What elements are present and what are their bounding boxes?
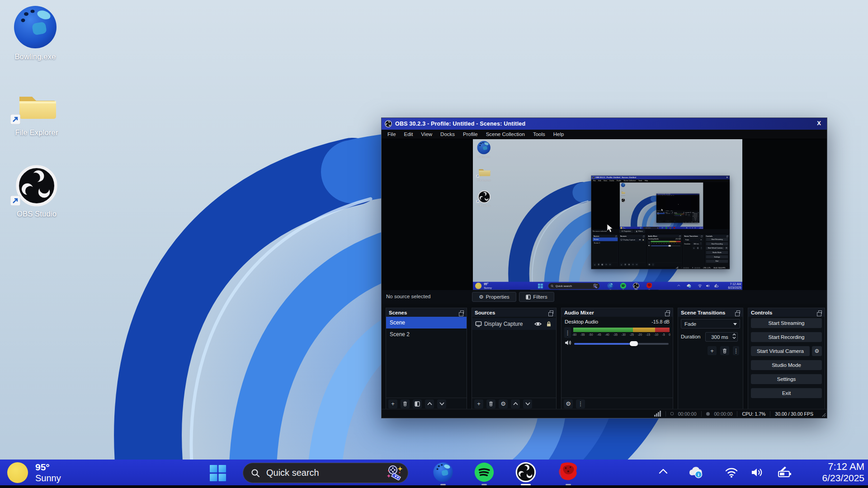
desktop-icon-label: OBS Studio [621,202,626,203]
volume-slider[interactable] [574,342,669,346]
spin-down-icon[interactable] [732,337,736,339]
add-source-button[interactable]: + [474,399,483,408]
taskbar-app-obs[interactable] [515,462,536,483]
taskbar-app-red[interactable] [558,462,579,483]
mixer-menu-kebab-icon[interactable]: ⋮ [576,399,585,408]
virtual-camera-gear-icon[interactable]: ⚙ [812,346,822,356]
speaker-mute-icon [674,215,675,216]
remove-scene-button[interactable] [401,399,410,408]
taskbar-app-spotify[interactable] [474,462,495,483]
scene-down-button[interactable] [437,399,446,408]
remove-source-button[interactable] [486,399,495,408]
sources-dock: Sources Display Capture + ⚙ [665,212,673,222]
search-highlight-movie-icon [657,227,658,229]
wifi-icon[interactable] [724,466,739,478]
sun-weather-icon [620,227,622,229]
menu-scene-collection[interactable]: Scene Collection [482,131,529,137]
visibility-eye-icon[interactable] [534,321,542,327]
source-down-button[interactable] [523,399,532,408]
popout-icon[interactable] [550,310,553,314]
lock-icon[interactable] [546,321,552,327]
transition-select[interactable]: Fade [681,319,740,328]
svg-text:i: i [698,472,699,477]
start-virtual-camera-button[interactable]: Start Virtual Camera [751,346,810,356]
duration-spinbox[interactable]: 300 ms [705,332,738,342]
tray-chevron-up-icon [677,285,680,286]
resize-grip [699,222,699,223]
scenes-dock: Scenes Scene Scene 2 + [593,235,618,266]
menu-help[interactable]: Help [549,131,568,137]
onedrive-cloud-info-icon[interactable]: i [687,465,703,479]
meter-scale: -60-55 -50-45 -40-35 -30-25 -20-15 -10-5… [572,333,670,336]
add-scene-button: + [657,221,658,222]
scene-down-button [609,263,611,266]
source-properties-button[interactable]: ⚙ [499,399,508,408]
scene-up-button[interactable] [425,399,434,408]
transition-kebab-icon[interactable]: ⋮ [733,346,739,355]
spin-up-icon[interactable] [732,333,736,336]
popout-icon [664,212,665,213]
desktop-icon-obs-studio[interactable]: OBS Studio [9,164,64,218]
add-scene-button[interactable]: + [388,399,397,408]
taskbar-app-bowling[interactable] [433,462,453,483]
volume-slider-handle[interactable] [630,341,638,346]
taskbar-clock[interactable]: 7:12 AM 6/23/2025 [822,461,864,483]
popout-icon[interactable] [818,310,822,314]
no-source-label: No source selected [386,294,430,299]
exit-button[interactable]: Exit [751,388,822,398]
search-box[interactable]: Quick search [243,463,408,483]
settings-button[interactable]: Settings [751,374,822,384]
transitions-title: Scene Transitions [681,310,725,315]
start-button[interactable] [209,465,226,482]
start-recording-button[interactable]: Start Recording [751,332,822,342]
properties-button[interactable]: ⚙ Properties [472,292,516,302]
source-item-display-capture[interactable]: Display Capture [472,318,556,330]
weather-condition: Sunny [484,286,492,289]
menu-edit[interactable]: Edit [400,131,417,137]
menu-tools[interactable]: Tools [529,131,549,137]
start-button [640,227,642,229]
menu-file[interactable]: File [383,131,400,137]
start-streaming-button[interactable]: Start Streaming [751,318,822,328]
obs-titlebar[interactable]: OBS 30.2.3 - Profile: Untitled - Scenes:… [382,118,827,130]
preview-area: Bowling.exe File Explorer OBS Studio OBS… [591,183,730,230]
studio-mode-button[interactable]: Studio Mode [751,360,822,370]
tray-chevron-up-icon[interactable] [658,468,668,474]
remove-source-button [624,263,627,266]
speaker-mute-icon[interactable] [564,339,572,347]
filters-button[interactable]: Filters [519,292,554,302]
scene-item-selected[interactable]: Scene [386,317,467,328]
menu-docks[interactable]: Docks [436,131,459,137]
add-transition-button[interactable]: + [708,346,717,355]
preview-area[interactable]: Bowling.exe File Explorer OBS Studio OBS… [382,139,827,290]
mixer-options-kebab-icon[interactable]: ⋮ [564,327,571,338]
remove-transition-button[interactable] [720,346,729,355]
start-recording-button: Start Recording [706,242,728,245]
popout-icon[interactable] [736,310,740,314]
weather-widget: 95° Sunny [620,227,625,229]
monitor-icon [475,321,482,327]
controls-dock: Controls Start Streaming Start Recording… [748,308,825,410]
scene-filters-button[interactable] [413,399,422,408]
desktop-icon-file-explorer[interactable]: File Explorer [9,82,64,137]
close-icon[interactable]: X [817,120,821,127]
pen-battery-icon[interactable] [775,466,793,479]
fps-counter: 30.00 / 30.00 FPS [775,411,813,417]
advanced-audio-gear-icon[interactable]: ⚙ [564,399,573,408]
popout-icon[interactable] [666,310,670,314]
desktop-icon-bowling[interactable]: Bowling.exe [8,5,62,61]
weather-widget[interactable]: 95° Sunny [7,462,61,483]
menu-profile[interactable]: Profile [459,131,482,137]
source-up-button[interactable] [511,399,520,408]
menu-scene-collection: Scene Collection [623,180,637,182]
menu-view[interactable]: View [417,131,436,137]
no-source-label: No source selected [657,211,661,211]
scene-item[interactable]: Scene 2 [386,328,467,340]
volume-meter [573,328,670,332]
volume-icon[interactable] [750,466,764,478]
desktop-icon-label: Bowling.exe [620,188,626,188]
popout-icon[interactable] [460,310,464,314]
resize-grip[interactable] [822,413,826,417]
menu-profile: Profile [664,195,666,196]
monitor-icon [620,239,623,240]
